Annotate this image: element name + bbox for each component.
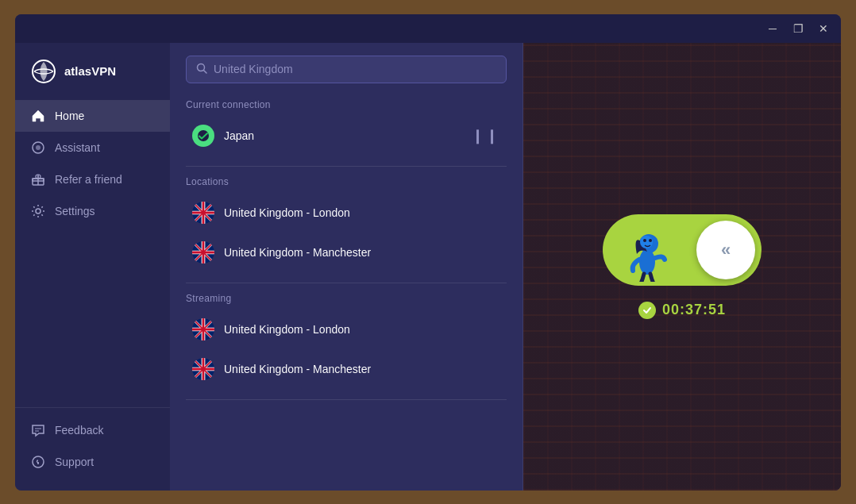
streaming-item-manchester[interactable]: United Kingdom - Manchester: [186, 350, 507, 388]
search-input[interactable]: United Kingdom: [214, 63, 496, 75]
sidebar-item-feedback[interactable]: Feedback: [15, 414, 170, 446]
svg-point-2: [36, 145, 40, 150]
feedback-icon: [31, 423, 45, 437]
sidebar-item-settings[interactable]: Settings: [15, 195, 170, 227]
streaming-2-name: United Kingdom - Manchester: [224, 363, 371, 375]
current-connection-label: Current connection: [186, 99, 507, 110]
uk-flag-4: [192, 358, 214, 380]
gift-icon: [31, 172, 45, 187]
right-panel: « 00:37:51: [523, 43, 841, 491]
sidebar-item-home-label: Home: [55, 110, 84, 122]
home-icon: [31, 109, 45, 123]
streaming-1-name: United Kingdom - London: [224, 323, 350, 336]
uk-flag-2: [192, 241, 214, 264]
svg-point-16: [643, 239, 646, 242]
search-icon: [196, 63, 207, 76]
support-icon: [31, 455, 45, 469]
sidebar-item-feedback-label: Feedback: [55, 424, 103, 437]
nav-section: Home Assistant: [15, 100, 170, 401]
pause-button[interactable]: ❙❙: [472, 127, 500, 144]
current-connection-name: Japan: [224, 129, 462, 142]
streaming-item-london[interactable]: United Kingdom - London: [186, 310, 507, 348]
timer-container: 00:37:51: [638, 302, 726, 319]
app-window: ─ ❐ ✕ atlasVPN: [15, 14, 841, 491]
sidebar-item-refer[interactable]: Refer a friend: [15, 164, 170, 195]
vpn-toggle-container: « 00:37:51: [603, 214, 762, 319]
logo-icon: [31, 59, 56, 84]
svg-point-17: [649, 239, 652, 242]
sidebar-item-assistant[interactable]: Assistant: [15, 132, 170, 164]
atlas-mascot: [617, 218, 681, 282]
vpn-toggle[interactable]: «: [603, 214, 762, 286]
location-1-name: United Kingdom - London: [224, 206, 350, 219]
sidebar-item-refer-label: Refer a friend: [55, 173, 122, 186]
divider-3: [186, 399, 507, 400]
settings-icon: [31, 204, 45, 218]
title-bar: ─ ❐ ✕: [15, 14, 841, 43]
location-2-name: United Kingdom - Manchester: [224, 246, 371, 259]
timer-check-icon: [638, 302, 656, 319]
logo-text: atlasVPN: [64, 64, 116, 78]
close-button[interactable]: ✕: [812, 20, 835, 37]
maximize-button[interactable]: ❐: [787, 20, 809, 37]
sidebar-item-support[interactable]: Support: [15, 446, 170, 478]
connection-status-icon: [192, 125, 214, 147]
sidebar-item-home[interactable]: Home: [15, 100, 170, 132]
vpn-toggle-knob[interactable]: «: [696, 221, 755, 279]
locations-label: Locations: [186, 176, 507, 187]
center-panel: United Kingdom Current connection Japan …: [170, 43, 523, 491]
chevron-left-icon: «: [721, 240, 731, 260]
streaming-label: Streaming: [186, 293, 507, 304]
search-bar[interactable]: United Kingdom: [186, 56, 507, 83]
sidebar: atlasVPN Home: [15, 43, 170, 491]
bottom-nav: Feedback Support: [15, 407, 170, 478]
divider-2: [186, 283, 507, 283]
vpn-timer: 00:37:51: [662, 302, 726, 318]
main-content: atlasVPN Home: [15, 43, 841, 491]
minimize-button[interactable]: ─: [762, 20, 784, 37]
sidebar-item-settings-label: Settings: [55, 205, 95, 217]
sidebar-item-assistant-label: Assistant: [55, 141, 100, 154]
svg-point-4: [36, 209, 40, 214]
svg-line-7: [204, 70, 207, 73]
logo-area: atlasVPN: [15, 56, 170, 100]
assistant-icon: [31, 140, 45, 155]
uk-flag-3: [192, 318, 214, 340]
current-connection-item[interactable]: Japan ❙❙: [186, 117, 507, 155]
uk-flag-1: [192, 202, 214, 224]
location-item-london[interactable]: United Kingdom - London: [186, 194, 507, 232]
divider-1: [186, 166, 507, 167]
title-bar-controls: ─ ❐ ✕: [762, 20, 835, 37]
sidebar-item-support-label: Support: [55, 456, 94, 468]
location-item-manchester[interactable]: United Kingdom - Manchester: [186, 233, 507, 271]
